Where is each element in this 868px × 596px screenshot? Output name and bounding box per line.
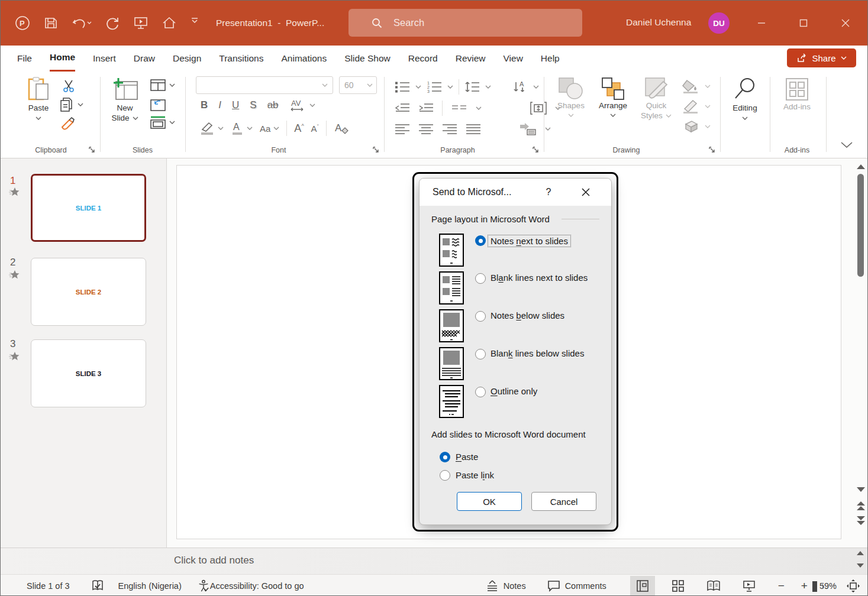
start-slideshow-icon[interactable]: [133, 15, 149, 31]
tab-help[interactable]: Help: [541, 47, 560, 71]
ok-button[interactable]: OK: [457, 492, 522, 511]
text-direction-chevron-icon[interactable]: [533, 85, 539, 89]
tab-animations[interactable]: Animations: [281, 47, 327, 71]
zoom-out-button[interactable]: −: [778, 579, 785, 592]
tab-record[interactable]: Record: [408, 47, 438, 71]
notes-toggle-button[interactable]: Notes: [486, 580, 526, 592]
notes-scroll-up-icon[interactable]: [857, 551, 864, 555]
accessibility-icon[interactable]: [197, 579, 210, 592]
notes-placeholder[interactable]: Click to add notes: [174, 555, 254, 566]
cancel-button[interactable]: Cancel: [531, 492, 596, 511]
dialog-close-button[interactable]: [582, 188, 590, 196]
undo-icon[interactable]: [72, 15, 92, 31]
scroll-up-arrow[interactable]: [857, 164, 865, 169]
bold-button[interactable]: B: [201, 99, 208, 111]
tab-file[interactable]: File: [17, 47, 32, 71]
paste-link-radio[interactable]: [440, 470, 450, 481]
vertical-scrollbar[interactable]: [854, 158, 868, 548]
shrink-font-button[interactable]: Aˇ: [311, 124, 319, 134]
smartart-icon[interactable]: [519, 122, 537, 135]
increase-indent-icon[interactable]: [418, 102, 434, 114]
slide-indicator[interactable]: Slide 1 of 3: [27, 581, 70, 591]
section-button[interactable]: [150, 116, 175, 129]
collapse-ribbon-button[interactable]: [840, 141, 854, 149]
next-slide-button[interactable]: [857, 516, 865, 525]
maximize-button[interactable]: [790, 9, 817, 37]
font-color-button[interactable]: A: [231, 121, 253, 135]
shape-fill-chevron-icon[interactable]: [705, 85, 711, 88]
option-notes-next-to-slides[interactable]: Notes next to slides: [420, 234, 611, 270]
bullets-chevron-icon[interactable]: [415, 85, 421, 89]
numbering-icon[interactable]: 123: [427, 81, 442, 93]
fit-to-window-button[interactable]: [846, 579, 860, 593]
slide-layout-button[interactable]: [150, 79, 175, 91]
align-text-icon[interactable]: [530, 101, 547, 115]
shape-fill-icon[interactable]: [682, 79, 700, 93]
zoom-in-button[interactable]: +: [801, 579, 808, 592]
notes-pane[interactable]: Click to add notes: [1, 548, 868, 574]
tab-home[interactable]: Home: [50, 46, 75, 72]
character-spacing-button[interactable]: AV: [289, 99, 315, 112]
slide-thumbnail-3[interactable]: SLIDE 3: [31, 339, 146, 407]
reading-view-button[interactable]: [701, 576, 726, 596]
copy-button[interactable]: [60, 97, 83, 112]
share-button[interactable]: Share: [787, 48, 856, 67]
decrease-indent-icon[interactable]: [395, 102, 410, 114]
spell-check-icon[interactable]: [91, 579, 104, 592]
format-painter-button[interactable]: [60, 116, 76, 131]
strikethrough-button[interactable]: ab: [267, 99, 279, 111]
language-indicator[interactable]: English (Nigeria): [118, 581, 182, 591]
avatar[interactable]: DU: [708, 12, 730, 34]
italic-button[interactable]: I: [218, 99, 221, 111]
smartart-chevron-icon[interactable]: [545, 127, 551, 131]
tab-slide-show[interactable]: Slide Show: [344, 47, 391, 71]
font-size-combo[interactable]: 60: [339, 76, 377, 94]
user-name[interactable]: Daniel Uchenna: [626, 17, 691, 28]
slide-sorter-view-button[interactable]: [666, 576, 690, 596]
slide-thumbnail-2[interactable]: SLIDE 2: [31, 258, 146, 326]
paste-radio[interactable]: [440, 452, 450, 462]
dialog-help-button[interactable]: ?: [546, 187, 551, 197]
line-spacing-chevron-icon[interactable]: [485, 85, 491, 89]
text-shadow-button[interactable]: S: [250, 99, 256, 111]
paragraph-dialog-launcher[interactable]: [532, 146, 540, 154]
slide-thumbnail-1[interactable]: SLIDE 1: [31, 174, 146, 242]
paste-link-option[interactable]: Paste link: [420, 469, 611, 484]
scrollbar-thumb[interactable]: [857, 174, 864, 277]
font-name-combo[interactable]: [196, 76, 333, 94]
accessibility-status[interactable]: Accessibility: Good to go: [210, 581, 304, 591]
previous-slide-button[interactable]: [857, 501, 865, 511]
paste-button[interactable]: Paste: [21, 77, 56, 120]
align-left-icon[interactable]: [395, 123, 410, 135]
customize-qat-chevron-icon[interactable]: [190, 15, 199, 31]
highlight-button[interactable]: [199, 121, 224, 135]
bullets-icon[interactable]: [395, 81, 410, 93]
clipboard-dialog-launcher[interactable]: [88, 146, 96, 154]
editing-button[interactable]: Editing: [727, 77, 763, 120]
home-icon[interactable]: [162, 15, 177, 31]
notes-below-slides-radio[interactable]: [475, 311, 486, 322]
align-center-icon[interactable]: [418, 123, 434, 135]
grow-font-button[interactable]: A^: [294, 122, 304, 135]
shape-outline-icon[interactable]: [682, 99, 700, 114]
line-spacing-icon[interactable]: [464, 81, 480, 93]
columns-chevron-icon[interactable]: [476, 106, 482, 110]
search-box[interactable]: Search: [349, 9, 582, 37]
drawing-dialog-launcher[interactable]: [708, 146, 717, 154]
powerpoint-logo-icon[interactable]: P: [15, 15, 30, 31]
minimize-button[interactable]: [748, 9, 775, 37]
paste-option[interactable]: Paste: [420, 451, 611, 466]
columns-icon[interactable]: [451, 103, 467, 114]
tab-view[interactable]: View: [504, 47, 523, 71]
quick-styles-button[interactable]: Quick Styles: [638, 77, 675, 121]
option-outline-only[interactable]: Outline only: [420, 385, 611, 422]
shape-effects-chevron-icon[interactable]: [705, 125, 711, 128]
slideshow-view-button[interactable]: [737, 576, 761, 596]
reset-slide-button[interactable]: [150, 98, 166, 111]
close-button[interactable]: [832, 9, 859, 37]
blank-lines-below-slides-radio[interactable]: [475, 349, 486, 359]
clear-formatting-button[interactable]: A: [334, 121, 349, 135]
shape-effects-icon[interactable]: [682, 119, 700, 134]
comments-button[interactable]: Comments: [547, 580, 606, 592]
tab-draw[interactable]: Draw: [134, 47, 155, 71]
